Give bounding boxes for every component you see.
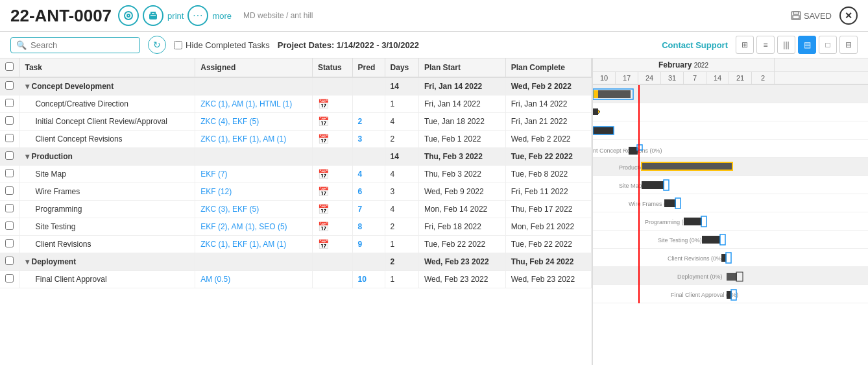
breadcrumb: MD website / ant hill (243, 11, 313, 20)
row-pred (352, 95, 385, 113)
table-row: ▾Production 14 Thu, Feb 3 2022 Tue, Feb … (0, 148, 592, 166)
svg-rect-5 (793, 12, 799, 14)
main-content: Task Assigned Status Pred Days Plan Star… (0, 58, 868, 365)
row-check[interactable] (0, 131, 19, 148)
view-buttons: ⊞ ≡ ||| ▤ □ ⊟ (736, 36, 858, 54)
row-check[interactable] (0, 218, 19, 236)
row-assigned (195, 77, 313, 95)
row-assigned[interactable]: ZKC (1), AM (1), HTML (1) (195, 95, 313, 113)
row-status[interactable]: 📅 (313, 183, 352, 201)
gantt-row (593, 140, 868, 158)
row-task: Concept/Creative Direction (19, 95, 195, 113)
row-task: Client Revisions (19, 236, 195, 253)
svg-rect-6 (793, 16, 799, 19)
gantt-chart-area: February 2022 10 17 24 31 7 14 21 2 (592, 58, 868, 365)
row-plan-start: Tue, Feb 1 2022 (418, 131, 505, 148)
row-plan-complete: Fri, Jan 21 2022 (505, 113, 591, 131)
row-task: Site Testing (19, 218, 195, 236)
gantt-row (593, 249, 868, 267)
today-line (638, 85, 640, 303)
table-row: ▾Concept Development 14 Fri, Jan 14 2022… (0, 77, 592, 95)
row-assigned[interactable]: EKF (12) (195, 183, 313, 201)
row-status[interactable]: 📅 (313, 218, 352, 236)
row-assigned[interactable]: ZKC (3), EKF (5) (195, 201, 313, 218)
print-icon[interactable] (143, 5, 163, 26)
more-icon[interactable]: ··· (187, 5, 208, 26)
table-row: Concept/Creative Direction ZKC (1), AM (… (0, 95, 592, 113)
gantt-year-label: 2022 (694, 62, 708, 69)
row-pred: 3 (352, 131, 385, 148)
row-plan-start: Tue, Jan 18 2022 (418, 113, 505, 131)
row-status[interactable]: 📅 (313, 201, 352, 218)
gantt-row (593, 103, 868, 121)
select-all-checkbox[interactable] (5, 62, 14, 71)
row-plan-start: Fri, Jan 14 2022 (418, 77, 505, 95)
row-plan-start: Thu, Feb 3 2022 (418, 148, 505, 166)
search-input[interactable] (30, 40, 134, 50)
row-assigned[interactable]: ZKC (1), EKF (1), AM (1) (195, 236, 313, 253)
row-assigned (195, 148, 313, 166)
row-plan-start: Wed, Feb 23 2022 (418, 271, 505, 288)
row-plan-start: Fri, Feb 18 2022 (418, 218, 505, 236)
view-icon[interactable] (118, 5, 139, 26)
row-check[interactable] (0, 166, 19, 183)
row-assigned (195, 253, 313, 271)
row-plan-start: Wed, Feb 23 2022 (418, 253, 505, 271)
view-calendar-button[interactable]: □ (819, 36, 837, 54)
hide-completed-label[interactable]: Hide Completed Tasks (174, 40, 270, 50)
row-plan-start: Thu, Feb 3 2022 (418, 166, 505, 183)
row-assigned[interactable]: EKF (7) (195, 166, 313, 183)
row-check[interactable] (0, 95, 19, 113)
row-status[interactable]: 📅 (313, 236, 352, 253)
gantt-day: 21 (729, 72, 752, 84)
hide-completed-checkbox[interactable] (174, 41, 182, 49)
row-status[interactable]: 📅 (313, 131, 352, 148)
row-check[interactable] (0, 77, 19, 95)
view-list-button[interactable]: ≡ (756, 36, 775, 54)
view-resource-button[interactable]: ⊟ (839, 36, 858, 54)
row-check[interactable] (0, 271, 19, 288)
row-check[interactable] (0, 148, 19, 166)
row-days: 2 (385, 218, 418, 236)
row-check[interactable] (0, 113, 19, 131)
search-box[interactable]: 🔍 (10, 37, 140, 53)
row-check[interactable] (0, 236, 19, 253)
view-split-button[interactable]: ▤ (798, 36, 816, 54)
row-status[interactable]: 📅 (313, 166, 352, 183)
expand-icon[interactable]: ▾ (25, 152, 29, 161)
row-check[interactable] (0, 253, 19, 271)
row-assigned[interactable]: EKF (2), AM (1), SEO (5) (195, 218, 313, 236)
row-task: ▾Concept Development (19, 77, 195, 95)
row-status[interactable]: 📅 (313, 113, 352, 131)
more-link[interactable]: more (212, 11, 232, 21)
row-plan-complete: Fri, Feb 11 2022 (505, 183, 591, 201)
row-status (313, 253, 352, 271)
table-row: ▾Deployment 2 Wed, Feb 23 2022 Thu, Feb … (0, 253, 592, 271)
row-assigned[interactable]: AM (0.5) (195, 271, 313, 288)
header-right: SAVED ✕ (791, 6, 858, 25)
saved-label: SAVED (804, 11, 832, 21)
row-task: Client Concept Revisions (19, 131, 195, 148)
row-check[interactable] (0, 183, 19, 201)
view-gantt-button[interactable]: ||| (777, 36, 795, 54)
row-check[interactable] (0, 201, 19, 218)
row-pred: 6 (352, 183, 385, 201)
col-check[interactable] (0, 58, 19, 77)
refresh-button[interactable]: ↻ (148, 36, 166, 54)
view-grid-button[interactable]: ⊞ (736, 36, 754, 54)
expand-icon[interactable]: ▾ (25, 257, 29, 266)
saved-button[interactable]: SAVED (791, 11, 832, 21)
row-plan-complete: Tue, Feb 22 2022 (505, 236, 591, 253)
print-link[interactable]: print (167, 11, 184, 21)
row-assigned[interactable]: ZKC (4), EKF (5) (195, 113, 313, 131)
row-plan-complete: Thu, Feb 24 2022 (505, 253, 591, 271)
row-assigned[interactable]: ZKC (1), EKF (1), AM (1) (195, 131, 313, 148)
row-pred (352, 253, 385, 271)
contact-support-link[interactable]: Contact Support (662, 40, 728, 50)
gantt-days-row: 10 17 24 31 7 14 21 2 (593, 72, 868, 84)
row-status[interactable]: 📅 (313, 95, 352, 113)
project-title: 22-ANT-0007 (10, 6, 112, 26)
expand-icon[interactable]: ▾ (25, 82, 29, 91)
task-table-area: Task Assigned Status Pred Days Plan Star… (0, 58, 592, 365)
close-button[interactable]: ✕ (839, 6, 858, 25)
